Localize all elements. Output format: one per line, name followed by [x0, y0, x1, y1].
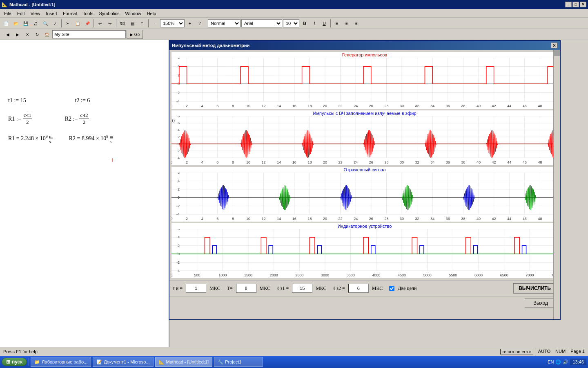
title-bar: 📐 Mathcad - [Untitled:1] _ □ ✕	[0, 0, 588, 9]
sep6	[330, 19, 331, 27]
italic-btn[interactable]: I	[310, 19, 319, 28]
tz1-unit: МКС	[316, 285, 326, 292]
go-btn[interactable]: ▶ Go	[127, 30, 143, 39]
stop-btn[interactable]: ✕	[23, 30, 32, 39]
bold-btn[interactable]: B	[300, 19, 309, 28]
font-select[interactable]: Arial	[241, 19, 282, 27]
tz2-label: ℓ з2 =	[333, 285, 345, 292]
taskbar-lab[interactable]: 📁Лабораторные рабо...	[31, 357, 91, 367]
help-btn[interactable]: ?	[195, 19, 204, 28]
paste-btn[interactable]: 📌	[83, 19, 92, 28]
help-text: Press F1 for help.	[3, 349, 39, 354]
chart1-canvas	[172, 58, 555, 109]
network-icon: 🌐	[555, 359, 561, 365]
clock: 13:46	[570, 359, 586, 365]
chart1-panel: Генератор импульсов	[171, 52, 558, 109]
sep3	[116, 19, 116, 27]
insert-fn-btn[interactable]: f(x)	[118, 19, 127, 28]
bottom-controls: τ и = МКС T= МКС ℓ з1 = МКС ℓ з2 = МКС Д…	[169, 280, 560, 296]
taskbar-mathcad[interactable]: 📐Mathcad - [Untitled:1]	[155, 357, 213, 367]
exit-button[interactable]: Выход	[525, 298, 557, 308]
taskbar-right: EN 🌐 🔊 13:46	[548, 359, 586, 365]
menu-file[interactable]: File	[2, 10, 14, 17]
menu-window[interactable]: Window	[123, 10, 144, 17]
maximize-btn[interactable]: □	[572, 2, 579, 7]
zoom-in-btn[interactable]: +	[185, 19, 194, 28]
back-btn[interactable]: ◀	[3, 30, 12, 39]
r2-value: R2 = 8.994 × 108 m s	[69, 134, 114, 144]
home-btn[interactable]: 🏠	[42, 30, 51, 39]
menu-help[interactable]: Help	[145, 10, 159, 17]
taskbar-lab-text: Лабораторные рабо...	[42, 359, 87, 364]
menu-tools[interactable]: Tools	[80, 10, 96, 17]
copy-btn[interactable]: 📋	[73, 19, 82, 28]
open-btn[interactable]: 📂	[11, 19, 20, 28]
worksheet: t1 := 15 t2 := 6 R1 := c·t1 2 R2 := c·t2…	[0, 40, 169, 355]
zoom-out-btn[interactable]: -	[150, 19, 159, 28]
start-button[interactable]: ⊞ пуск	[2, 358, 27, 366]
url-input[interactable]	[52, 30, 126, 38]
refresh-btn[interactable]: ↻	[33, 30, 42, 39]
status-page: Page 1	[570, 349, 585, 355]
window-title: Mathcad - [Untitled:1]	[9, 2, 55, 7]
taskbar-doc[interactable]: 📝Документ1 - Microso...	[93, 357, 153, 367]
tau-unit: МКС	[209, 285, 220, 292]
start-label: пуск	[12, 359, 22, 365]
print-btn[interactable]: 🖨	[31, 19, 40, 28]
taskbar-sep	[29, 358, 29, 366]
insert-unit-btn[interactable]: ▤	[128, 19, 137, 28]
r-defs-row: R1 := c·t1 2 R2 := c·t2 2	[8, 112, 160, 126]
new-btn[interactable]: 📄	[2, 19, 11, 28]
status-bar: Press F1 for help. return on error AUTO …	[0, 347, 588, 356]
underline-btn[interactable]: U	[320, 19, 329, 28]
checkbox-label: Две цели	[398, 285, 416, 292]
menu-edit[interactable]: Edit	[15, 10, 27, 17]
dialog-title-bar: Импульсный метод дальнометрии ✕	[169, 41, 560, 50]
style-select[interactable]: Normal	[208, 19, 241, 27]
preview-btn[interactable]: 🔍	[41, 19, 50, 28]
r1-def: R1 := c·t1 2	[8, 112, 32, 126]
taskbar-mathcad-text: Mathcad - [Untitled:1]	[166, 359, 209, 364]
sep5	[206, 19, 206, 27]
menu-insert[interactable]: Insert	[43, 10, 60, 17]
status-right: return on error AUTO NUM Page 1	[500, 349, 585, 355]
dialog-close-btn[interactable]: ✕	[551, 43, 557, 48]
save-btn[interactable]: 💾	[21, 19, 30, 28]
menu-view[interactable]: View	[28, 10, 43, 17]
T-unit: МКС	[260, 285, 270, 292]
volume-icon: 🔊	[563, 359, 568, 365]
close-btn[interactable]: ✕	[580, 2, 586, 7]
charts-container: Генератор импульсов Импульсы с ВЧ заполн…	[169, 50, 560, 280]
spell-btn[interactable]: ✓	[51, 19, 60, 28]
zoom-select[interactable]: 150% 100%	[160, 19, 185, 27]
cursor-cross: +	[110, 156, 160, 165]
align-right-btn[interactable]: ≡	[352, 19, 361, 28]
tau-input[interactable]	[186, 284, 206, 293]
tz1-label: ℓ з1 =	[277, 285, 289, 292]
redo-btn[interactable]: ↪	[105, 19, 114, 28]
taskbar-project[interactable]: 🔧Project1	[214, 357, 263, 367]
tz2-input[interactable]	[348, 284, 369, 293]
chart4-canvas	[172, 229, 555, 278]
menu-format[interactable]: Format	[60, 10, 80, 17]
undo-btn[interactable]: ↩	[96, 19, 105, 28]
dialog-scrollbar[interactable]	[553, 50, 560, 319]
t2-def: t2 := 6	[75, 97, 90, 104]
two-targets-checkbox[interactable]	[389, 286, 394, 291]
minimize-btn[interactable]: _	[565, 2, 572, 7]
T-input[interactable]	[236, 284, 256, 293]
calc-btn[interactable]: =	[138, 19, 147, 28]
sep1	[61, 19, 62, 27]
calc-button[interactable]: ВЫЧИСЛИТЬ	[513, 283, 557, 294]
tz1-input[interactable]	[292, 284, 312, 293]
forward-btn[interactable]: ▶	[13, 30, 22, 39]
status-auto: AUTO	[538, 349, 550, 355]
chart4-panel: Индикаторное устройство	[171, 223, 558, 278]
cut-btn[interactable]: ✂	[63, 19, 72, 28]
menu-symbolics[interactable]: Symbolics	[96, 10, 122, 17]
chart3-canvas	[172, 173, 555, 222]
align-left-btn[interactable]: ≡	[332, 19, 341, 28]
toolbar-row-1: 📄 📂 💾 🖨 🔍 ✓ ✂ 📋 📌 ↩ ↪ f(x) ▤ = - 150% 10…	[0, 18, 588, 29]
align-center-btn[interactable]: ≡	[342, 19, 351, 28]
size-select[interactable]: 10	[283, 19, 299, 27]
